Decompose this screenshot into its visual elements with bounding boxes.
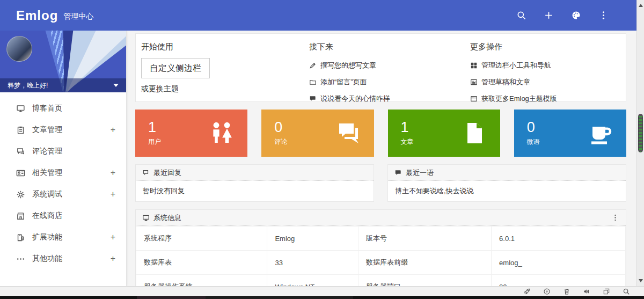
add-message-page-link[interactable]: 添加“留言”页面 xyxy=(309,77,470,87)
write-article-link[interactable]: 撰写您的想写文章 xyxy=(309,61,470,70)
chevron-down-icon xyxy=(113,84,119,87)
change-theme-link[interactable]: 或更换主题 xyxy=(141,84,309,94)
comments-label: 评论 xyxy=(274,137,287,147)
stat-cards-row: 1 用户 0 评论 1 文章 0 xyxy=(135,110,626,157)
top-header-bar: Emlog 管理中心 xyxy=(0,0,636,31)
more-actions-title: 更多操作 xyxy=(470,42,626,52)
trash-icon[interactable] xyxy=(563,288,570,295)
expand-plus[interactable]: + xyxy=(111,233,115,242)
sidebar-item-related-management[interactable]: 相关管理 + xyxy=(0,162,126,184)
rocket-icon[interactable] xyxy=(523,288,531,295)
browser-status-bar xyxy=(0,286,644,296)
sidebar: 释梦，晚上好! 博客首页 文章管理 + 评论管理 相关管理 xyxy=(0,31,127,286)
getting-started-column: 开始使用 自定义侧边栏 或更换主题 xyxy=(141,42,309,101)
sidebar-item-label: 文章管理 xyxy=(32,125,62,135)
sysinfo-value: Windows NT xyxy=(267,275,358,287)
sidebar-item-system-debug[interactable]: 系统调试 + xyxy=(0,184,126,205)
comments-count: 0 xyxy=(274,120,287,135)
browser-icon xyxy=(470,95,478,103)
folder-icon xyxy=(309,78,317,86)
link-label: 添加“留言”页面 xyxy=(320,77,367,87)
document-icon xyxy=(462,120,487,146)
sidebar-item-label: 博客首页 xyxy=(32,104,62,113)
recent-replies-body: 暂时没有回复 xyxy=(136,181,374,201)
next-steps-title: 接下来 xyxy=(309,42,470,52)
sysinfo-label: 数据库表 xyxy=(136,251,267,275)
stat-card-comments[interactable]: 0 评论 xyxy=(261,110,374,157)
recent-replies-panel: 最近回复 暂时没有回复 xyxy=(135,164,374,202)
sidebar-item-online-store[interactable]: 在线商店 xyxy=(0,205,126,227)
expand-plus[interactable]: + xyxy=(111,254,115,263)
user-greeting-bar[interactable]: 释梦，晚上好! xyxy=(0,78,126,92)
search-icon[interactable] xyxy=(516,10,526,20)
volume-icon[interactable] xyxy=(583,288,590,295)
expand-plus[interactable]: + xyxy=(111,190,115,199)
stat-card-articles[interactable]: 1 文章 xyxy=(388,110,500,157)
sysinfo-label: 服务器端口 xyxy=(358,275,492,287)
sidebar-item-other-functions[interactable]: 其他功能 + xyxy=(0,248,126,269)
get-themes-link[interactable]: 获取更多Emlog主题模版 xyxy=(470,94,626,104)
table-row: 数据库表 33 数据库表前缀 emlog_ xyxy=(136,251,626,275)
users-label: 用户 xyxy=(148,137,161,147)
panel-menu-icon[interactable] xyxy=(611,214,619,222)
sysinfo-label: 系统程序 xyxy=(136,227,267,251)
scroll-up-arrow[interactable] xyxy=(639,4,643,7)
expand-plus[interactable]: + xyxy=(111,169,115,177)
expand-plus[interactable]: + xyxy=(111,126,115,134)
ellipsis-icon xyxy=(16,254,25,264)
stat-card-microblog[interactable]: 0 微语 xyxy=(514,110,626,157)
articles-count: 1 xyxy=(401,120,414,135)
sysinfo-label: 数据库表前缀 xyxy=(358,251,492,275)
sidebar-item-article-management[interactable]: 文章管理 + xyxy=(0,119,126,141)
fuel-pump-icon xyxy=(16,233,25,242)
info-panels-row: 最近回复 暂时没有回复 最近一语 博主不知要说啥,快去说说 xyxy=(135,164,626,202)
system-info-title: 系统信息 xyxy=(153,213,181,223)
stat-card-users[interactable]: 1 用户 xyxy=(135,110,247,157)
scrollbar-thumb[interactable] xyxy=(638,114,643,152)
scroll-down-arrow[interactable] xyxy=(639,279,643,282)
manage-drafts-link[interactable]: 管理草稿和文章 xyxy=(470,77,626,87)
table-row: 服务器操作系统 Windows NT 服务器端口 80 xyxy=(136,275,626,287)
sidebar-item-extensions[interactable]: 扩展功能 + xyxy=(0,227,126,248)
taskbar-segment xyxy=(206,296,353,299)
coffee-cup-icon xyxy=(588,120,613,146)
sysinfo-label: 服务器操作系统 xyxy=(136,275,267,287)
chat-bubbles-icon xyxy=(335,120,361,146)
speed-icon[interactable] xyxy=(543,288,551,295)
chat-icon xyxy=(309,95,317,103)
comment-icon xyxy=(142,169,150,177)
window-restore-icon[interactable] xyxy=(603,288,610,295)
panel-title: 最近回复 xyxy=(153,168,181,178)
panel-title: 最近一语 xyxy=(406,168,434,178)
sidebar-item-blog-home[interactable]: 博客首页 xyxy=(0,98,126,119)
emlog-admin-dashboard: Emlog 管理中心 释梦，晚上好! xyxy=(0,0,644,299)
user-avatar[interactable] xyxy=(6,36,32,62)
sysinfo-value: 6.0.1 xyxy=(492,227,626,251)
main-content: 开始使用 自定义侧边栏 或更换主题 接下来 撰写您的想写文章 添加“留言”页面 … xyxy=(127,31,636,286)
customize-sidebar-button[interactable]: 自定义侧边栏 xyxy=(141,58,210,78)
system-info-panel: 系统信息 系统程序 Emlog 版本号 6.0.1 数据库表 33 数据库表前缀 xyxy=(135,209,626,286)
recent-words-panel: 最近一语 博主不知要说啥,快去说说 xyxy=(387,164,626,202)
admin-center-title: 管理中心 xyxy=(63,9,93,21)
manage-widgets-link[interactable]: 管理边栏小工具和导航 xyxy=(470,61,626,70)
sidebar-item-label: 系统调试 xyxy=(32,189,62,199)
microblog-count: 0 xyxy=(527,120,540,135)
post-mood-link[interactable]: 说说看今天的心情咋样 xyxy=(309,94,470,104)
computer-icon xyxy=(142,214,150,222)
sysinfo-value: 80 xyxy=(492,275,626,287)
sidebar-item-label: 相关管理 xyxy=(32,168,62,178)
taskbar-segment xyxy=(137,296,206,299)
more-menu-icon[interactable] xyxy=(598,10,609,20)
link-label: 管理草稿和文章 xyxy=(481,77,530,87)
comments-icon xyxy=(16,147,25,156)
plus-icon[interactable] xyxy=(544,10,554,20)
sidebar-profile-header: 释梦，晚上好! xyxy=(0,31,126,92)
users-icon xyxy=(209,120,235,146)
palette-icon[interactable] xyxy=(571,10,581,20)
vertical-scrollbar[interactable] xyxy=(636,0,644,286)
zoom-icon[interactable] xyxy=(623,288,630,295)
link-label: 获取更多Emlog主题模版 xyxy=(481,94,557,104)
recent-replies-header: 最近回复 xyxy=(136,165,374,181)
sidebar-item-comment-management[interactable]: 评论管理 xyxy=(0,141,126,162)
sysinfo-label: 版本号 xyxy=(358,227,492,251)
